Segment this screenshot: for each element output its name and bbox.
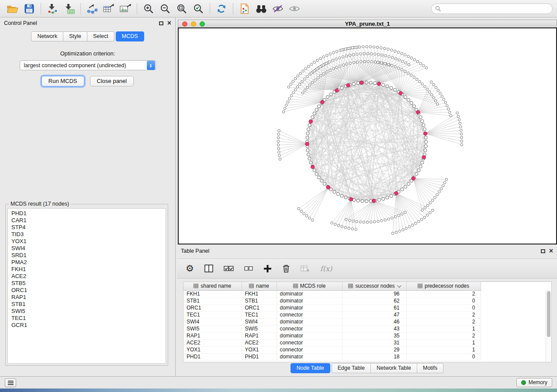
- mcds-result-item[interactable]: FKH1: [8, 266, 166, 273]
- show-hide-graphics-button[interactable]: [270, 2, 286, 16]
- maximize-window-icon[interactable]: [200, 21, 205, 27]
- mcds-result-item[interactable]: PMA2: [8, 259, 166, 266]
- zoom-out-button[interactable]: [157, 2, 173, 16]
- table-type-tabs: Node Table Edge Table Network Table Moti…: [177, 363, 557, 373]
- table-row[interactable]: PHD1PHD1dominator180: [183, 353, 481, 360]
- cell-predecessor-nodes: 0: [406, 304, 481, 311]
- export-network-button[interactable]: [84, 2, 100, 16]
- minimize-window-icon[interactable]: [191, 21, 196, 27]
- table-row[interactable]: SWI4SWI4dominator462: [183, 318, 481, 325]
- select-all-icon[interactable]: [224, 265, 234, 272]
- cell-shared-name: YOX1: [183, 346, 242, 353]
- mcds-result-item[interactable]: TEC1: [8, 315, 166, 322]
- mcds-result-item[interactable]: SWI4: [8, 245, 166, 252]
- cell-successor-nodes: 35: [342, 332, 406, 339]
- mcds-result-item[interactable]: ACE2: [8, 273, 166, 280]
- find-button[interactable]: [253, 2, 270, 16]
- mcds-result-item[interactable]: SWI5: [8, 308, 166, 315]
- mcds-result-item[interactable]: STP4: [8, 224, 166, 231]
- mcds-result-item[interactable]: ORC1: [8, 287, 166, 294]
- spinner-down-arrow: ▼: [149, 65, 152, 68]
- close-window-icon[interactable]: [182, 21, 187, 27]
- table-scrollbar-thumb[interactable]: [547, 291, 550, 337]
- mcds-result-list[interactable]: PHD1CAR1STP4TID3YOX1SWI4SRD1PMA2FKH1ACE2…: [7, 208, 166, 364]
- tab-select[interactable]: Select: [87, 31, 114, 41]
- close-panel-icon[interactable]: ×: [167, 20, 171, 26]
- mcds-result-item[interactable]: CAR1: [8, 217, 166, 224]
- tab-edge-table[interactable]: Edge Table: [332, 363, 371, 373]
- clone-network-button[interactable]: [236, 2, 253, 16]
- open-file-button[interactable]: [4, 2, 21, 16]
- tab-mcds[interactable]: MCDS: [116, 31, 144, 41]
- export-table-button[interactable]: [100, 2, 117, 16]
- status-menu-button[interactable]: [5, 378, 16, 387]
- show-columns-icon[interactable]: [204, 265, 213, 272]
- optimization-criterion-select[interactable]: largest connected component (undirected)…: [20, 60, 156, 70]
- table-row[interactable]: FKH1FKH1dominator962: [183, 290, 481, 297]
- zoom-fit-button[interactable]: [173, 2, 190, 16]
- mcds-result-item[interactable]: SRD1: [8, 252, 166, 259]
- table-row[interactable]: RAP1RAP1dominator352: [183, 332, 481, 339]
- table-row[interactable]: ORC1ORC1dominator610: [183, 304, 481, 311]
- table-row[interactable]: YOX1YOX1connector291: [183, 346, 481, 353]
- column-header-name[interactable]: name: [242, 282, 277, 290]
- mcds-result-item[interactable]: GCR1: [8, 322, 166, 329]
- zoom-selected-button[interactable]: [190, 2, 207, 16]
- binoculars-icon: [256, 4, 267, 14]
- table-row[interactable]: ACE2ACE2connector311: [183, 339, 481, 346]
- mcds-result-item[interactable]: TID3: [8, 231, 166, 238]
- mcds-result-item[interactable]: RAP1: [8, 294, 166, 301]
- export-image-button[interactable]: [117, 2, 134, 16]
- column-header-mcds-role[interactable]: MCDS role: [277, 282, 342, 290]
- table-settings-gear-icon[interactable]: ⚙: [186, 264, 194, 273]
- float-panel-icon[interactable]: [159, 21, 163, 25]
- zoom-in-button[interactable]: [140, 2, 157, 16]
- hamburger-icon: [8, 381, 14, 385]
- cell-successor-nodes: 43: [342, 325, 406, 332]
- mcds-result-item[interactable]: STB5: [8, 280, 166, 287]
- float-table-panel-icon[interactable]: [541, 249, 545, 253]
- delete-column-icon[interactable]: [282, 264, 290, 273]
- eye-icon: [289, 4, 300, 13]
- search-box[interactable]: [431, 3, 553, 14]
- tab-style[interactable]: Style: [63, 31, 87, 41]
- table-row[interactable]: TEC1TEC1connector472: [183, 311, 481, 318]
- tab-network-table[interactable]: Network Table: [371, 363, 417, 373]
- add-column-icon[interactable]: [263, 265, 272, 273]
- column-header-shared-name[interactable]: shared name: [183, 282, 242, 290]
- network-canvas[interactable]: [178, 28, 557, 244]
- cell-predecessor-nodes: 0: [406, 353, 481, 360]
- zoom-in-icon: [143, 3, 154, 14]
- toolbar-separator: [80, 3, 81, 14]
- checked-boxes-icon: [224, 265, 234, 272]
- plus-icon: [263, 265, 272, 273]
- preview-button[interactable]: [286, 2, 303, 16]
- tab-node-table[interactable]: Node Table: [291, 363, 330, 373]
- table-row[interactable]: STB1STB1dominator620: [183, 297, 481, 304]
- memory-label: Memory: [529, 379, 547, 385]
- apply-layout-button[interactable]: [213, 2, 230, 16]
- empty-boxes-icon: [244, 265, 253, 272]
- tab-network[interactable]: Network: [31, 31, 63, 41]
- network-graph[interactable]: [179, 28, 556, 244]
- cell-shared-name: SWI4: [183, 318, 242, 325]
- memory-button[interactable]: Memory: [516, 378, 552, 387]
- search-input[interactable]: [443, 6, 549, 12]
- column-header-predecessor-nodes[interactable]: predecessor nodes: [406, 282, 481, 290]
- tab-motifs[interactable]: Motifs: [417, 363, 443, 373]
- column-header-successor-nodes[interactable]: successor nodes: [342, 282, 406, 290]
- close-panel-button[interactable]: Close panel: [90, 76, 134, 86]
- save-session-button[interactable]: [21, 2, 38, 16]
- unselect-all-icon[interactable]: [244, 265, 253, 272]
- import-table-button[interactable]: [61, 2, 77, 16]
- run-mcds-button[interactable]: Run MCDS: [42, 76, 84, 86]
- close-table-panel-icon[interactable]: ×: [549, 248, 553, 254]
- cell-shared-name: PHD1: [183, 353, 242, 360]
- mcds-result-item[interactable]: YOX1: [8, 238, 166, 245]
- table-scrollbar[interactable]: [546, 290, 551, 362]
- table-row[interactable]: SWI5SWI5connector431: [183, 325, 481, 332]
- mcds-result-item[interactable]: STB1: [8, 301, 166, 308]
- mcds-result-item[interactable]: PHD1: [8, 210, 166, 217]
- memory-status-dot: [521, 380, 526, 385]
- import-network-button[interactable]: [44, 2, 61, 16]
